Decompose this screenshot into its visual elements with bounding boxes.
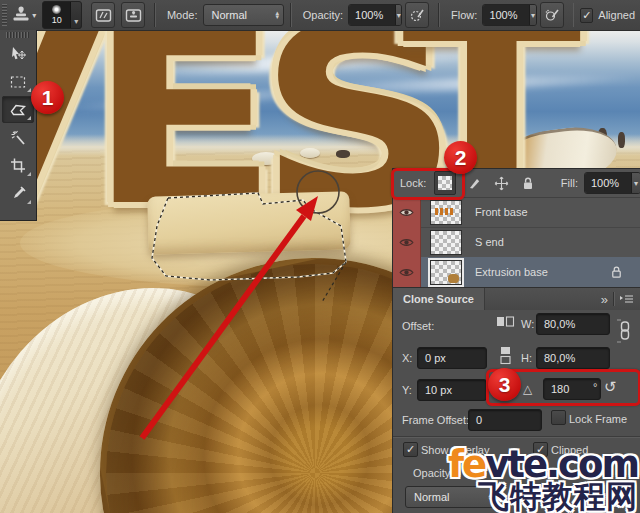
preset-dropdown-arrow-icon[interactable]: ▾ (32, 11, 36, 20)
mode-label: Mode: (167, 9, 198, 21)
offset-label: Offset: (402, 320, 434, 332)
frame-offset-value: 0 (476, 414, 482, 426)
options-bar-grip[interactable] (2, 4, 7, 26)
separator (438, 3, 440, 27)
crop-tool-icon (9, 157, 27, 174)
lock-transparency-button[interactable] (434, 171, 456, 195)
layer-name[interactable]: S end (475, 236, 640, 248)
fill-label: Fill: (561, 177, 578, 189)
overlay-opacity-value: 100 (467, 467, 485, 479)
panel-menu-icon[interactable] (620, 294, 634, 304)
tab-clone-source[interactable]: Clone Source (393, 288, 485, 310)
mode-value: Normal (212, 9, 268, 21)
overlay-blend-select[interactable]: Normal ▴▾ (405, 486, 497, 508)
brush-lock-icon (468, 176, 482, 190)
spin-arrows-icon: ▴▾ (275, 11, 279, 19)
layer-visibility-toggle[interactable] (393, 257, 421, 287)
layers-lock-row: Lock: Fill: 100% (393, 169, 640, 198)
eye-icon (399, 267, 414, 278)
layer-row-extrusion-base[interactable]: Extrusion base (393, 257, 640, 288)
lock-pixels-button[interactable] (468, 176, 482, 190)
flip-vertical-icon[interactable] (498, 346, 513, 365)
overlay-opacity-label: Opacity: (413, 467, 453, 479)
layer-visibility-toggle[interactable] (393, 197, 421, 227)
layer-thumbnail[interactable] (430, 200, 462, 225)
dropdown-arrow-icon[interactable]: ▾ (529, 5, 535, 25)
y-field[interactable]: 10 px (417, 379, 487, 401)
dropdown-arrow-icon[interactable]: ▾ (631, 173, 640, 193)
y-value: 10 px (425, 384, 452, 396)
move-lock-icon (494, 176, 509, 191)
degree-symbol: ° (593, 381, 597, 393)
flow-dropdown[interactable]: 100% ▾ (482, 4, 536, 26)
tool-palette-grip[interactable] (6, 32, 30, 38)
layer-name[interactable]: Front base (475, 206, 640, 218)
opacity-value: 100% (349, 5, 395, 25)
tool-magic-wand[interactable] (2, 124, 34, 151)
separator (573, 3, 575, 27)
rotate-angle-icon: △ (523, 382, 532, 396)
clipped-checkbox[interactable]: ✓ (533, 442, 548, 457)
h-field[interactable]: 80,0% (536, 347, 610, 369)
clone-source-panel-icon (125, 8, 142, 23)
tool-polygonal-lasso[interactable] (2, 96, 34, 123)
w-field[interactable]: 80,0% (536, 313, 610, 335)
brush-picker-arrow[interactable]: ▾ (70, 2, 81, 28)
tool-flyout-arrow (27, 116, 31, 120)
tool-move[interactable] (2, 40, 34, 67)
mode-select[interactable]: Normal ▴▾ (203, 4, 284, 26)
lock-all-button[interactable] (521, 176, 535, 191)
w-value: 80,0% (544, 318, 575, 330)
layer-visibility-toggle[interactable] (393, 227, 421, 257)
flip-horizontal-icon[interactable] (496, 314, 515, 329)
lock-position-button[interactable] (494, 176, 509, 191)
brush-tip-dot (52, 5, 61, 14)
aligned-label: Aligned (598, 9, 635, 21)
toggle-clone-source-panel-button[interactable] (121, 2, 145, 28)
magic-wand-icon (9, 129, 27, 146)
dropdown-arrow-icon[interactable]: ▾ (395, 5, 401, 25)
layer-locked-badge (610, 265, 623, 279)
hay-letter: E (88, 30, 279, 213)
show-overlay-checkbox[interactable]: ✓ (403, 442, 418, 457)
clone-stamp-preset-button[interactable]: ▾ (11, 3, 36, 27)
padlock-icon (610, 265, 623, 279)
toggle-brush-panel-button[interactable] (91, 2, 115, 28)
tablet-opacity-button[interactable] (405, 2, 429, 28)
hay-letter: T (402, 30, 582, 189)
tool-eyedropper[interactable] (2, 180, 34, 207)
layer-thumbnail[interactable] (430, 260, 462, 285)
reset-transform-icon[interactable]: ↺ (604, 378, 617, 396)
layer-thumbnail[interactable] (430, 230, 462, 255)
spin-arrows-icon: ▴▾ (488, 493, 492, 501)
h-label: H: (521, 352, 532, 364)
x-value: 0 px (425, 352, 446, 364)
airbrush-icon (544, 8, 560, 23)
layer-row-s-end[interactable]: S end (393, 227, 640, 258)
aligned-checkbox[interactable]: ✓ (580, 8, 593, 23)
layer-name[interactable]: Extrusion base (475, 266, 610, 278)
frame-offset-field[interactable]: 0 (468, 409, 542, 431)
y-label: Y: (402, 384, 412, 396)
x-field[interactable]: 0 px (417, 347, 487, 369)
separator (290, 3, 292, 27)
opacity-dropdown[interactable]: 100% ▾ (348, 4, 402, 26)
brush-preview-picker[interactable]: 10 ▾ (42, 1, 82, 29)
eye-icon (399, 207, 414, 218)
airbrush-button[interactable] (540, 2, 564, 28)
lock-frame-checkbox[interactable]: ✓ (551, 410, 566, 425)
fill-dropdown[interactable]: 100% ▾ (584, 172, 640, 194)
show-overlay-label: Show Overlay (421, 444, 489, 456)
layer-row-front-base[interactable]: Front base (393, 197, 640, 228)
x-label: X: (402, 352, 412, 364)
brush-size-value: 10 (52, 15, 62, 25)
link-wh-icon[interactable] (616, 316, 632, 346)
collapse-panel-icon[interactable]: » (601, 292, 608, 307)
tool-crop[interactable] (2, 152, 34, 179)
clone-source-tabbar: Clone Source » (393, 287, 640, 311)
overlay-blend-value: Normal (414, 491, 480, 503)
angle-value: 180 (551, 383, 569, 395)
tool-flyout-arrow (27, 200, 31, 204)
tool-marquee[interactable] (2, 68, 34, 95)
cloned-straw-slab (147, 191, 350, 254)
